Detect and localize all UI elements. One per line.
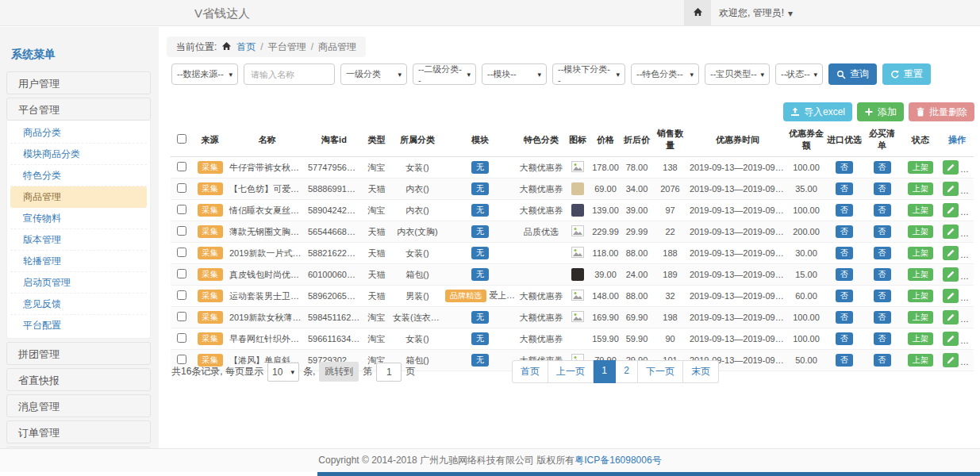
icp-link[interactable]: 粤ICP备16098006号 xyxy=(575,454,661,467)
page-button-上一页[interactable]: 上一页 xyxy=(548,360,594,383)
status-badge[interactable]: 上架 xyxy=(908,268,933,281)
status-badge[interactable]: 上架 xyxy=(908,290,933,302)
filter-select-宝贝类型[interactable]: --宝贝类型--▾ xyxy=(705,63,770,85)
edit-button[interactable] xyxy=(943,332,959,346)
sidebar-group-拼团管理[interactable]: 拼团管理 xyxy=(6,342,151,365)
page-button-下一页[interactable]: 下一页 xyxy=(638,360,683,383)
status-badge[interactable]: 上架 xyxy=(908,225,933,238)
edit-button[interactable] xyxy=(943,289,959,303)
sidebar-item-模块商品分类[interactable]: 模块商品分类 xyxy=(10,144,147,165)
edit-button[interactable] xyxy=(943,246,959,260)
module-badge[interactable]: 无 xyxy=(471,204,489,217)
name-search-input[interactable] xyxy=(244,63,335,85)
sidebar-item-特色分类[interactable]: 特色分类 xyxy=(10,165,147,186)
import-select-toggle[interactable]: 否 xyxy=(836,268,853,281)
home-button[interactable] xyxy=(684,0,711,26)
import-select-toggle[interactable]: 否 xyxy=(836,311,853,324)
sidebar-item-宣传物料[interactable]: 宣传物料 xyxy=(10,208,147,229)
batch-delete-button[interactable]: 批量删除 xyxy=(909,102,974,121)
filter-select-模块[interactable]: --模块--▾ xyxy=(482,63,547,85)
import-select-toggle[interactable]: 否 xyxy=(836,354,853,367)
must-buy-toggle[interactable]: 否 xyxy=(874,290,891,302)
sidebar-item-轮播管理[interactable]: 轮播管理 xyxy=(10,251,147,272)
must-buy-toggle[interactable]: 否 xyxy=(874,268,891,281)
import-select-toggle[interactable]: 否 xyxy=(836,182,853,195)
page-number-input[interactable] xyxy=(376,363,402,382)
page-button-1[interactable]: 1 xyxy=(594,360,616,383)
sidebar-group-平台管理[interactable]: 平台管理 xyxy=(6,98,151,121)
must-buy-toggle[interactable]: 否 xyxy=(874,247,891,259)
filter-select-模块下分类[interactable]: --模块下分类--▾ xyxy=(552,63,625,85)
edit-button[interactable] xyxy=(943,353,959,367)
module-badge[interactable]: 无 xyxy=(471,332,489,345)
select-all-checkbox[interactable] xyxy=(177,134,186,144)
bottom-scrollbar[interactable] xyxy=(317,472,980,476)
breadcrumb-home-link[interactable]: 首页 xyxy=(236,40,256,54)
import-excel-button[interactable]: 导入excel xyxy=(783,102,852,121)
sidebar-group-消息管理[interactable]: 消息管理 xyxy=(6,394,151,417)
must-buy-toggle[interactable]: 否 xyxy=(874,332,891,345)
module-badge[interactable]: 无 xyxy=(471,268,489,281)
edit-button[interactable] xyxy=(943,267,959,282)
row-checkbox[interactable] xyxy=(177,183,186,193)
sidebar-item-商品管理[interactable]: 商品管理 xyxy=(10,186,147,208)
import-select-toggle[interactable]: 否 xyxy=(836,290,853,302)
row-checkbox[interactable] xyxy=(177,248,186,257)
search-button[interactable]: 查询 xyxy=(828,63,877,85)
filter-select-状态[interactable]: --状态--▾ xyxy=(775,63,823,85)
status-badge[interactable]: 上架 xyxy=(908,354,933,367)
edit-button[interactable] xyxy=(943,225,959,239)
status-badge[interactable]: 上架 xyxy=(908,204,933,217)
filter-select-特色分类[interactable]: --特色分类--▾ xyxy=(631,63,699,85)
import-select-toggle[interactable]: 否 xyxy=(836,247,853,259)
user-menu[interactable]: 欢迎您, 管理员! ▾ xyxy=(719,0,793,26)
filter-select-数据来源[interactable]: --数据来源--▾ xyxy=(171,63,238,85)
row-checkbox[interactable] xyxy=(177,333,186,343)
module-badge[interactable]: 品牌精选 xyxy=(445,290,486,302)
page-button-首页[interactable]: 首页 xyxy=(512,360,548,383)
reset-button[interactable]: 重置 xyxy=(882,63,931,85)
status-badge[interactable]: 上架 xyxy=(908,311,933,324)
sidebar-item-商品分类[interactable]: 商品分类 xyxy=(10,122,147,144)
sidebar-item-版本管理[interactable]: 版本管理 xyxy=(10,229,147,251)
must-buy-toggle[interactable]: 否 xyxy=(874,204,891,217)
must-buy-toggle[interactable]: 否 xyxy=(874,354,891,367)
sidebar-item-意见反馈[interactable]: 意见反馈 xyxy=(10,294,147,315)
module-badge[interactable]: 无 xyxy=(471,225,489,238)
must-buy-toggle[interactable]: 否 xyxy=(874,311,891,324)
module-badge[interactable]: 无 xyxy=(471,247,489,259)
per-page-select[interactable]: 10▾ xyxy=(267,363,299,382)
import-select-toggle[interactable]: 否 xyxy=(836,204,853,217)
import-select-toggle[interactable]: 否 xyxy=(836,225,853,238)
status-badge[interactable]: 上架 xyxy=(908,247,933,259)
must-buy-toggle[interactable]: 否 xyxy=(874,161,891,174)
page-button-末页[interactable]: 末页 xyxy=(683,360,719,383)
jump-button[interactable]: 跳转到 xyxy=(319,362,359,382)
row-checkbox[interactable] xyxy=(177,205,186,214)
edit-button[interactable] xyxy=(943,160,959,175)
sidebar-item-平台配置[interactable]: 平台配置 xyxy=(10,315,147,336)
row-checkbox[interactable] xyxy=(177,269,186,278)
filter-select-二级分类[interactable]: --二级分类--▾ xyxy=(413,63,476,85)
must-buy-toggle[interactable]: 否 xyxy=(874,225,891,238)
edit-button[interactable] xyxy=(943,182,959,196)
module-badge[interactable]: 无 xyxy=(471,311,489,324)
must-buy-toggle[interactable]: 否 xyxy=(874,182,891,195)
status-badge[interactable]: 上架 xyxy=(908,332,933,345)
sidebar-group-用户管理[interactable]: 用户管理 xyxy=(6,71,151,94)
row-checkbox[interactable] xyxy=(177,312,186,321)
module-badge[interactable]: 无 xyxy=(471,354,489,367)
edit-button[interactable] xyxy=(943,203,959,217)
module-badge[interactable]: 无 xyxy=(471,161,489,174)
import-select-toggle[interactable]: 否 xyxy=(836,161,853,174)
status-badge[interactable]: 上架 xyxy=(908,182,933,195)
row-checkbox[interactable] xyxy=(177,290,186,300)
sidebar-item-启动页管理[interactable]: 启动页管理 xyxy=(10,272,147,294)
module-badge[interactable]: 无 xyxy=(471,182,489,195)
sidebar-group-订单管理[interactable]: 订单管理 xyxy=(6,420,151,443)
sidebar-group-省直快报[interactable]: 省直快报 xyxy=(6,368,151,391)
page-button-2[interactable]: 2 xyxy=(616,360,638,383)
row-checkbox[interactable] xyxy=(177,162,186,171)
import-select-toggle[interactable]: 否 xyxy=(836,332,853,345)
add-button[interactable]: 添加 xyxy=(857,102,904,121)
